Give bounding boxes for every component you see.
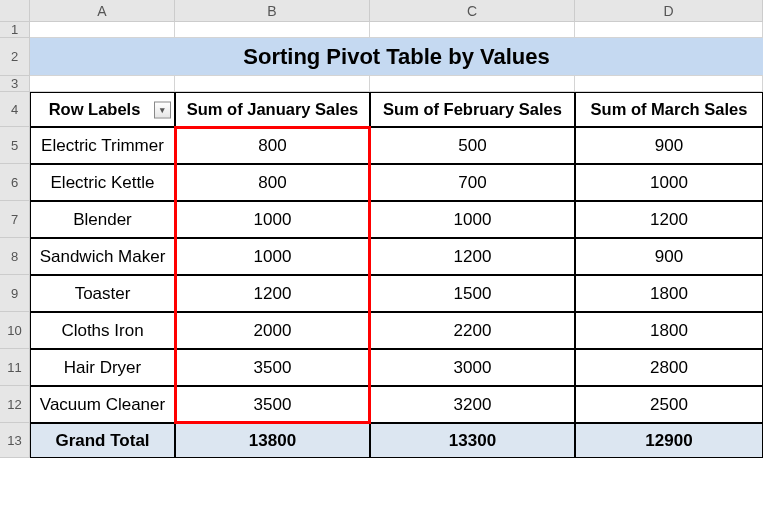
cell-B9[interactable]: 1200 <box>175 275 370 312</box>
cell-B11[interactable]: 3500 <box>175 349 370 386</box>
row-labels-text: Row Labels <box>49 100 141 119</box>
cell-D12[interactable]: 2500 <box>575 386 763 423</box>
cell-B3[interactable] <box>175 76 370 92</box>
cell-D11[interactable]: 2800 <box>575 349 763 386</box>
col-header-B[interactable]: B <box>175 0 370 22</box>
row-header-1[interactable]: 1 <box>0 22 30 38</box>
cell-A8[interactable]: Sandwich Maker <box>30 238 175 275</box>
cell-A7[interactable]: Blender <box>30 201 175 238</box>
cell-A10[interactable]: Cloths Iron <box>30 312 175 349</box>
spreadsheet: A B C D 1 2 Sorting Pivot Table by Value… <box>0 0 768 458</box>
cell-C6[interactable]: 700 <box>370 164 575 201</box>
cell-C8[interactable]: 1200 <box>370 238 575 275</box>
cell-A5[interactable]: Electric Trimmer <box>30 127 175 164</box>
cell-D7[interactable]: 1200 <box>575 201 763 238</box>
cell-C9[interactable]: 1500 <box>370 275 575 312</box>
row-header-8[interactable]: 8 <box>0 238 30 275</box>
col-header-C[interactable]: C <box>370 0 575 22</box>
row-header-11[interactable]: 11 <box>0 349 30 386</box>
filter-dropdown-icon[interactable]: ▾ <box>154 101 171 118</box>
cell-D1[interactable] <box>575 22 763 38</box>
row-header-2[interactable]: 2 <box>0 38 30 76</box>
select-all-corner[interactable] <box>0 0 30 22</box>
cell-A11[interactable]: Hair Dryer <box>30 349 175 386</box>
col-header-A[interactable]: A <box>30 0 175 22</box>
cell-C12[interactable]: 3200 <box>370 386 575 423</box>
pivot-header-jan[interactable]: Sum of January Sales <box>175 92 370 127</box>
row-header-12[interactable]: 12 <box>0 386 30 423</box>
grand-total-label[interactable]: Grand Total <box>30 423 175 458</box>
cell-D5[interactable]: 900 <box>575 127 763 164</box>
cell-D8[interactable]: 900 <box>575 238 763 275</box>
cell-B1[interactable] <box>175 22 370 38</box>
cell-C1[interactable] <box>370 22 575 38</box>
cell-C7[interactable]: 1000 <box>370 201 575 238</box>
cell-B8[interactable]: 1000 <box>175 238 370 275</box>
cell-A6[interactable]: Electric Kettle <box>30 164 175 201</box>
row-header-13[interactable]: 13 <box>0 423 30 458</box>
grand-total-jan[interactable]: 13800 <box>175 423 370 458</box>
grand-total-feb[interactable]: 13300 <box>370 423 575 458</box>
cell-A3[interactable] <box>30 76 175 92</box>
row-header-7[interactable]: 7 <box>0 201 30 238</box>
cell-D3[interactable] <box>575 76 763 92</box>
row-header-9[interactable]: 9 <box>0 275 30 312</box>
cell-B12[interactable]: 3500 <box>175 386 370 423</box>
cell-C5[interactable]: 500 <box>370 127 575 164</box>
cell-B10[interactable]: 2000 <box>175 312 370 349</box>
row-header-3[interactable]: 3 <box>0 76 30 92</box>
pivot-header-feb[interactable]: Sum of February Sales <box>370 92 575 127</box>
row-header-5[interactable]: 5 <box>0 127 30 164</box>
col-header-D[interactable]: D <box>575 0 763 22</box>
row-header-10[interactable]: 10 <box>0 312 30 349</box>
cell-C10[interactable]: 2200 <box>370 312 575 349</box>
cell-B6[interactable]: 800 <box>175 164 370 201</box>
pivot-header-row-labels[interactable]: Row Labels ▾ <box>30 92 175 127</box>
cell-B5[interactable]: 800 <box>175 127 370 164</box>
grand-total-mar[interactable]: 12900 <box>575 423 763 458</box>
pivot-header-mar[interactable]: Sum of March Sales <box>575 92 763 127</box>
cell-D9[interactable]: 1800 <box>575 275 763 312</box>
cell-D6[interactable]: 1000 <box>575 164 763 201</box>
cell-A12[interactable]: Vacuum Cleaner <box>30 386 175 423</box>
cell-D10[interactable]: 1800 <box>575 312 763 349</box>
row-header-6[interactable]: 6 <box>0 164 30 201</box>
cell-C3[interactable] <box>370 76 575 92</box>
cell-C11[interactable]: 3000 <box>370 349 575 386</box>
cell-A9[interactable]: Toaster <box>30 275 175 312</box>
cell-B7[interactable]: 1000 <box>175 201 370 238</box>
cell-A1[interactable] <box>30 22 175 38</box>
row-header-4[interactable]: 4 <box>0 92 30 127</box>
page-title[interactable]: Sorting Pivot Table by Values <box>30 38 763 76</box>
